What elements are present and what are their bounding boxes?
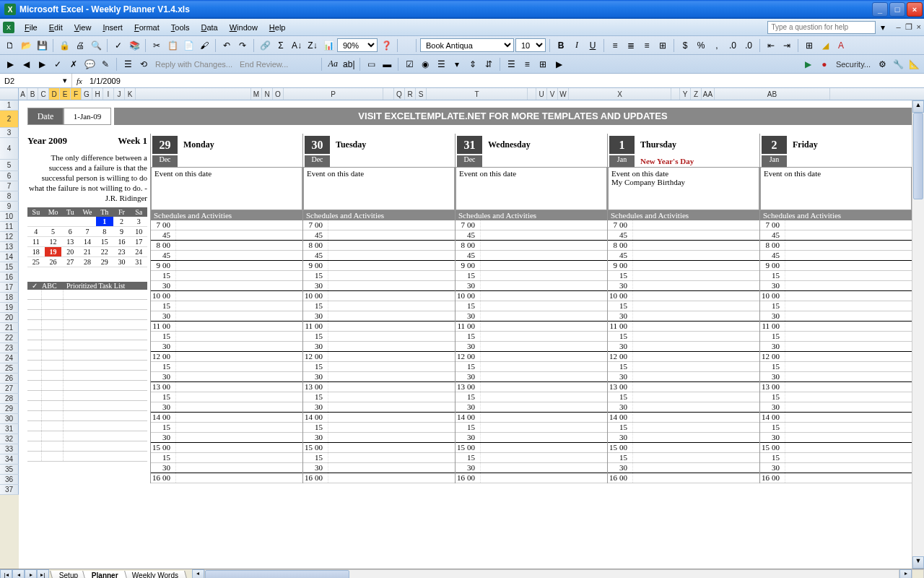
reviewing-next-button[interactable]: ▶ [35, 57, 49, 72]
row-header-5[interactable]: 5 [0, 160, 19, 171]
schedule-row[interactable]: 1600 [303, 473, 455, 483]
schedule-row[interactable]: 45 [760, 251, 912, 261]
schedule-row[interactable]: 1400 [151, 413, 302, 423]
menu-insert[interactable]: Insert [97, 21, 128, 34]
select-all-corner[interactable] [0, 88, 19, 100]
schedule-row[interactable]: 15 [303, 271, 455, 281]
schedule-row[interactable]: 800 [151, 241, 302, 251]
schedule-row[interactable]: 15 [151, 271, 302, 281]
task-list[interactable] [27, 290, 147, 462]
schedule-row[interactable]: 1000 [760, 291, 912, 301]
menu-file[interactable]: File [19, 21, 43, 34]
schedule-row[interactable]: 45 [608, 251, 759, 261]
row-header-1[interactable]: 1 [0, 100, 19, 111]
cal-day[interactable]: 9 [113, 227, 131, 237]
col-header-H[interactable]: H [92, 88, 103, 100]
row-header-18[interactable]: 18 [0, 293, 19, 303]
schedule-row[interactable]: 30 [608, 281, 759, 291]
task-row[interactable] [27, 300, 147, 310]
col-header-R[interactable]: R [405, 88, 416, 100]
schedule-row[interactable]: 30 [303, 463, 455, 473]
col-header-O[interactable]: O [273, 88, 284, 100]
schedule-row[interactable]: 30 [151, 372, 302, 382]
horizontal-scrollbar[interactable]: ◂ ▸ [192, 569, 912, 578]
schedule-row[interactable]: 30 [303, 433, 455, 443]
schedule-row[interactable]: 1300 [456, 382, 607, 392]
forms-list-icon[interactable]: ☰ [434, 57, 448, 72]
schedule-row[interactable]: 1200 [760, 352, 912, 362]
schedule-row[interactable]: 15 [303, 301, 455, 311]
event-box[interactable]: Event on this date [760, 167, 912, 210]
schedule-row[interactable]: 30 [456, 311, 607, 322]
schedule-row[interactable]: 30 [456, 463, 607, 473]
name-box-dropdown-icon[interactable]: ▾ [63, 76, 67, 85]
task-row[interactable] [27, 421, 147, 431]
schedule-row[interactable]: 1600 [151, 473, 302, 483]
print-button[interactable]: 🖨 [73, 38, 87, 53]
forms-label-icon[interactable]: Aa [326, 57, 340, 72]
col-header-B[interactable]: B [27, 88, 38, 100]
col-header-blank[interactable] [383, 88, 394, 100]
task-row[interactable] [27, 350, 147, 361]
row-header-11[interactable]: 11 [0, 222, 19, 232]
schedule-row[interactable]: 700 [456, 220, 607, 230]
font-color-button[interactable]: A [834, 38, 848, 53]
cal-day[interactable]: 3 [130, 217, 147, 227]
scroll-left-button[interactable]: ◂ [192, 569, 204, 578]
row-header-25[interactable]: 25 [0, 363, 19, 374]
schedule-row[interactable]: 30 [760, 402, 912, 413]
schedule-row[interactable]: 15 [151, 453, 302, 463]
schedule-row[interactable]: 1500 [303, 443, 455, 453]
row-header-7[interactable]: 7 [0, 181, 19, 191]
row-header-2[interactable]: 2 [0, 111, 19, 128]
forms-combo-icon[interactable]: ▾ [450, 57, 464, 72]
row-header-26[interactable]: 26 [0, 374, 19, 384]
cal-day[interactable]: 28 [79, 257, 96, 267]
col-header-W[interactable]: W [558, 88, 569, 100]
permission-button[interactable]: 🔒 [57, 38, 71, 53]
col-header-E[interactable]: E [60, 88, 71, 100]
schedule-row[interactable]: 30 [608, 463, 759, 473]
undo-button[interactable]: ↶ [219, 38, 234, 53]
schedule-row[interactable]: 30 [760, 311, 912, 322]
workbook-icon[interactable]: X [3, 22, 14, 33]
mdi-restore-button[interactable]: ❐ [905, 22, 912, 32]
menu-view[interactable]: View [69, 21, 97, 34]
schedule-row[interactable]: 15 [760, 392, 912, 402]
schedule-row[interactable]: 30 [151, 463, 302, 473]
sheet-tab-planner[interactable]: Planner [82, 571, 127, 579]
schedule-row[interactable]: 15 [456, 453, 607, 463]
copy-button[interactable]: 📋 [165, 38, 180, 53]
schedule-row[interactable]: 45 [760, 230, 912, 241]
reply-changes-button[interactable]: Reply with Changes... [152, 60, 235, 69]
event-box[interactable]: Event on this date [456, 167, 607, 210]
schedule-row[interactable]: 1400 [760, 413, 912, 423]
schedule-row[interactable]: 1200 [303, 352, 455, 362]
col-header-blank[interactable] [136, 88, 251, 100]
schedule-row[interactable]: 15 [760, 332, 912, 342]
schedule-row[interactable]: 30 [151, 433, 302, 443]
cal-day[interactable]: 15 [96, 237, 113, 247]
col-header-C[interactable]: C [38, 88, 49, 100]
schedule-row[interactable]: 1600 [760, 473, 912, 483]
cal-day[interactable]: 31 [130, 257, 147, 267]
schedule-row[interactable]: 45 [151, 230, 302, 241]
date-input-cell[interactable]: 1-Jan-09 [64, 108, 111, 125]
cal-day[interactable]: 16 [113, 237, 131, 247]
col-header-Q[interactable]: Q [394, 88, 405, 100]
schedule-row[interactable]: 45 [303, 251, 455, 261]
name-box[interactable]: D2 ▾ [0, 74, 72, 87]
schedule-row[interactable]: 1500 [608, 443, 759, 453]
row-header-19[interactable]: 19 [0, 303, 19, 313]
schedule-row[interactable]: 30 [151, 342, 302, 352]
schedule-row[interactable]: 15 [303, 423, 455, 433]
schedule-row[interactable]: 15 [608, 332, 759, 342]
hyperlink-button[interactable]: 🔗 [258, 38, 272, 53]
schedule-row[interactable]: 1100 [456, 322, 607, 332]
schedule-row[interactable]: 30 [760, 433, 912, 443]
schedule-row[interactable]: 1400 [456, 413, 607, 423]
cal-day[interactable]: 4 [27, 227, 45, 237]
fill-color-button[interactable]: ◢ [818, 38, 832, 53]
schedule-row[interactable]: 1300 [151, 382, 302, 392]
col-header-M[interactable]: M [251, 88, 262, 100]
